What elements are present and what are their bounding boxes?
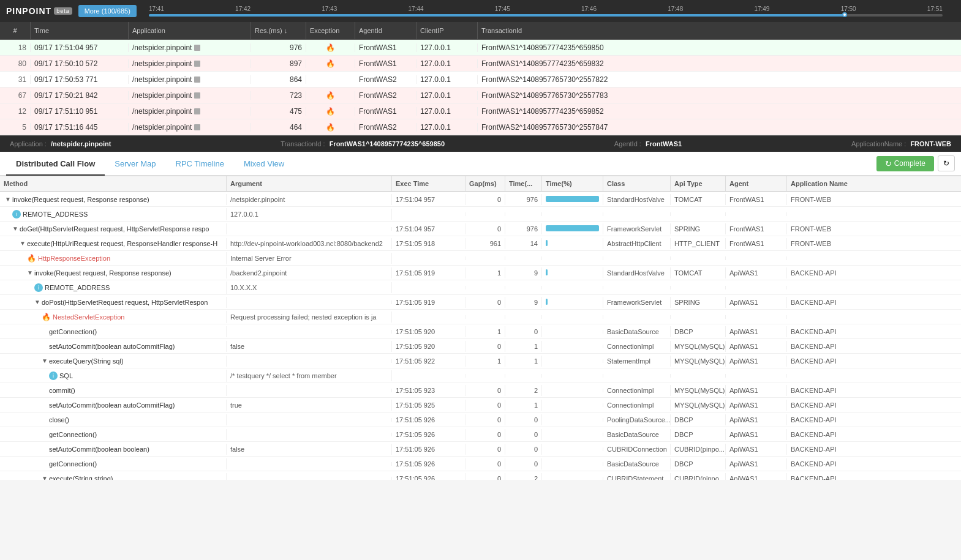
col-header-agent[interactable]: AgentId	[355, 22, 416, 39]
cf-appname-cell: BACKEND-API	[787, 400, 961, 411]
data-table: 18 09/17 17:51:04 957 /netspider.pinpoin…	[0, 40, 961, 135]
call-flow-row[interactable]: ▼execute(HttpUriRequest request, Respons…	[0, 236, 961, 251]
cf-arg-cell: Internal Server Error	[227, 253, 392, 264]
col-header-app[interactable]: Application	[129, 22, 251, 39]
call-flow-row[interactable]: iREMOTE_ADDRESS 127.0.0.1	[0, 207, 961, 222]
cf-exec-cell: 17:51:05 926	[392, 444, 465, 455]
call-flow-row[interactable]: setAutoCommit(boolean boolean) false 17:…	[0, 442, 961, 457]
cf-apitype-cell: CUBRID(pinpo...	[671, 473, 726, 480]
cf-method-cell: ▼execute(HttpUriRequest request, Respons…	[0, 238, 227, 249]
cf-apitype-cell: MYSQL(MySQL)	[671, 341, 726, 352]
cf-method-cell: iREMOTE_ADDRESS	[0, 282, 227, 294]
call-flow-row[interactable]: getConnection() 17:51:05 920 1 0 BasicDa…	[0, 324, 961, 339]
cf-apitype-cell: TOMCAT	[671, 194, 726, 205]
call-flow-row[interactable]: ▼executeQuery(String sql) 17:51:05 922 1…	[0, 354, 961, 368]
cf-col-apitype: Api Type	[671, 176, 726, 191]
cf-time-cell: 0	[505, 326, 542, 337]
table-row[interactable]: 67 09/17 17:50:21 842 /netspider.pinpoin…	[0, 88, 961, 103]
row-agent: FrontWAS1	[355, 59, 416, 68]
cf-timepct-cell	[542, 403, 603, 407]
cf-time-cell	[505, 374, 542, 378]
cf-time-cell: 0	[505, 458, 542, 469]
cf-appname-cell: FRONT-WEB	[787, 194, 961, 205]
row-time: 09/17 17:51:16 445	[31, 123, 129, 132]
more-button[interactable]: More (100/685)	[78, 5, 137, 17]
call-flow-row[interactable]: ▼execute(String string) 17:51:05 926 0 2…	[0, 471, 961, 480]
cf-arg-cell	[227, 477, 392, 480]
col-header-exc[interactable]: Exception	[306, 22, 355, 39]
cf-exec-cell	[392, 374, 465, 378]
tab-rpc-timeline[interactable]: RPC Timeline	[166, 153, 234, 174]
call-flow-row[interactable]: 🔥HttpResponseException Internal Server E…	[0, 251, 961, 266]
cf-class-cell: AbstractHttpClient	[603, 238, 671, 249]
row-ip: 127.0.0.1	[416, 43, 478, 52]
cf-arg-cell: true	[227, 400, 392, 411]
call-flow-row[interactable]: setAutoCommit(boolean autoCommitFlag) tr…	[0, 398, 961, 413]
call-flow-row[interactable]: commit() 17:51:05 923 0 2 ConnectionImpl…	[0, 383, 961, 398]
call-flow-row[interactable]: 🔥NestedServletException Request processi…	[0, 310, 961, 324]
cf-exec-cell	[392, 286, 465, 289]
call-flow-row[interactable]: iREMOTE_ADDRESS 10.X.X.X	[0, 280, 961, 295]
tab-server-map[interactable]: Server Map	[105, 153, 165, 174]
cf-appname-cell: BACKEND-API	[787, 356, 961, 367]
cf-apitype-cell: HTTP_CLIENT	[671, 238, 726, 249]
cf-time-cell	[505, 212, 542, 216]
info-appname: ApplicationName : FRONT-WEB	[851, 140, 951, 147]
cf-arg-cell: Request processing failed; nested except…	[227, 312, 392, 323]
complete-button[interactable]: ↻ Complete	[876, 156, 934, 171]
cf-col-agent: Agent	[726, 176, 787, 191]
table-row[interactable]: 80 09/17 17:50:10 572 /netspider.pinpoin…	[0, 56, 961, 72]
call-flow-row[interactable]: ▼doGet(HttpServletRequest request, HttpS…	[0, 222, 961, 236]
call-flow-row[interactable]: close() 17:51:05 926 0 0 PoolingDataSour…	[0, 413, 961, 427]
table-row[interactable]: 18 09/17 17:51:04 957 /netspider.pinpoin…	[0, 40, 961, 56]
row-num: 31	[0, 75, 31, 84]
call-flow-row[interactable]: getConnection() 17:51:05 926 0 0 BasicDa…	[0, 427, 961, 442]
cf-timepct-cell	[542, 238, 603, 249]
cf-time-cell: 1	[505, 400, 542, 411]
info-tid-value: FrontWAS1^1408957774235^659850	[330, 140, 445, 147]
call-flow-row[interactable]: ▼doPost(HttpServletRequest request, Http…	[0, 295, 961, 310]
info-tid: TransactionId : FrontWAS1^1408957774235^…	[281, 140, 445, 147]
cf-time-cell	[505, 315, 542, 319]
row-res: 723	[251, 91, 306, 100]
cf-time-cell: 976	[505, 223, 542, 234]
cf-class-cell: StandardHostValve	[603, 194, 671, 205]
logo: PINPOINT beta	[6, 6, 72, 16]
col-header-ip[interactable]: ClientIP	[416, 22, 478, 39]
cf-col-appname: Application Name	[787, 176, 961, 191]
call-flow-row[interactable]: ▼invoke(Request request, Response respon…	[0, 266, 961, 280]
row-num: 5	[0, 123, 31, 132]
col-header-time[interactable]: Time	[31, 22, 129, 39]
row-exc: 🔥	[306, 91, 355, 100]
cf-agent-cell: ApiWAS1	[726, 444, 787, 455]
cf-col-method: Method	[0, 176, 227, 191]
call-flow-row[interactable]: iSQL /* testquery */ select * from membe…	[0, 368, 961, 383]
cf-gap-cell: 0	[465, 444, 505, 455]
tab-mixed-view[interactable]: Mixed View	[234, 153, 294, 174]
cf-method-cell: setAutoCommit(boolean autoCommitFlag)	[0, 400, 227, 411]
call-flow-row[interactable]: ▼invoke(Request request, Response respon…	[0, 192, 961, 207]
cf-timepct-cell	[542, 256, 603, 260]
logo-text: PINPOINT	[6, 6, 51, 16]
cf-apitype-cell	[671, 256, 726, 260]
cf-exec-cell: 17:51:05 918	[392, 238, 465, 249]
timeline-track[interactable]	[149, 14, 943, 17]
cf-class-cell: FrameworkServlet	[603, 297, 671, 308]
row-agent: FrontWAS1	[355, 107, 416, 116]
cf-time-cell: 1	[505, 356, 542, 367]
col-header-tid[interactable]: TransactionId	[478, 22, 961, 39]
tab-distributed-call-flow[interactable]: Distributed Call Flow	[6, 153, 105, 176]
call-flow-row[interactable]: getConnection() 17:51:05 926 0 0 BasicDa…	[0, 457, 961, 471]
col-header-res[interactable]: Res.(ms) ↓	[251, 22, 306, 39]
row-app: /netspider.pinpoint	[129, 91, 251, 100]
timeline-thumb[interactable]	[842, 12, 847, 17]
row-tid: FrontWAS2^1408957765730^2557783	[478, 91, 961, 100]
cf-apitype-cell	[671, 286, 726, 289]
table-row[interactable]: 31 09/17 17:50:53 771 /netspider.pinpoin…	[0, 72, 961, 88]
cf-exec-cell: 17:51:05 926	[392, 473, 465, 480]
refresh-button[interactable]: ↻	[938, 155, 955, 171]
cf-method-cell: ▼executeQuery(String sql)	[0, 356, 227, 367]
call-flow-row[interactable]: setAutoCommit(boolean autoCommitFlag) fa…	[0, 339, 961, 354]
table-row[interactable]: 12 09/17 17:51:10 951 /netspider.pinpoin…	[0, 103, 961, 119]
table-row[interactable]: 5 09/17 17:51:16 445 /netspider.pinpoint…	[0, 119, 961, 135]
